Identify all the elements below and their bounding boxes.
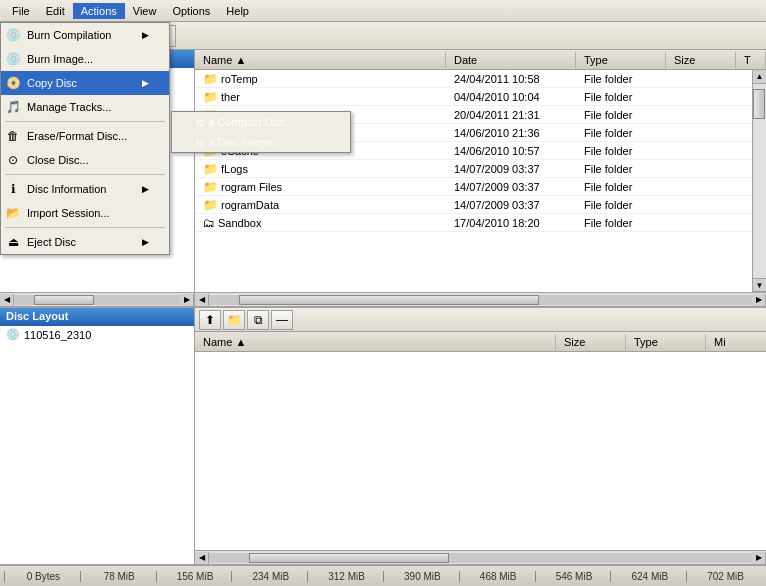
file-hscroll-thumb[interactable] — [239, 295, 539, 305]
menu-copy-disc[interactable]: 📀 Copy Disc ▶ to a Compact Disc... to a … — [1, 71, 169, 95]
comp-copy-btn[interactable]: ⧉ — [247, 310, 269, 330]
col-header-type[interactable]: Type — [576, 52, 666, 68]
file-type: File folder — [576, 216, 666, 230]
file-rows: 📁roTemp 24/04/2011 10:58 File folder 📁th… — [195, 70, 766, 292]
table-row[interactable]: 📁rogram Files 14/07/2009 03:37 File fold… — [195, 178, 766, 196]
comp-folder-btn[interactable]: 📁 — [223, 310, 245, 330]
table-row[interactable]: 📁rogramData 14/07/2009 03:37 File folder — [195, 196, 766, 214]
table-row[interactable]: 📁ther 04/04/2010 10:04 File folder — [195, 88, 766, 106]
menu-sep-2 — [5, 174, 165, 175]
table-row[interactable]: 📁fLogs 14/07/2009 03:37 File folder — [195, 160, 766, 178]
menu-import-session[interactable]: 📂 Import Session... — [1, 201, 169, 225]
menu-sep-1 — [5, 121, 165, 122]
comp-hscroll-left[interactable]: ◀ — [195, 552, 209, 564]
menu-erase-format[interactable]: 🗑 Erase/Format Disc... — [1, 124, 169, 148]
copy-disc-arrow: ▶ — [142, 78, 149, 88]
file-hscroll[interactable]: ◀ ▶ — [195, 292, 766, 306]
comp-col-misc: Mi — [706, 334, 766, 350]
file-table-header: Name ▲ Date Type Size T — [195, 50, 766, 70]
tree-hscroll[interactable]: ◀ ▶ — [0, 292, 194, 306]
menu-burn-compilation[interactable]: 💿 Burn Compilation ▶ — [1, 23, 169, 47]
table-row[interactable]: 📁roTemp 24/04/2011 10:58 File folder — [195, 70, 766, 88]
file-panel: Name ▲ Date Type Size T 📁roTemp 24/04/20… — [195, 50, 766, 306]
file-name: roTemp — [221, 73, 258, 85]
menu-view[interactable]: View — [125, 3, 165, 19]
comp-hscroll[interactable]: ◀ ▶ — [195, 550, 766, 564]
menu-manage-tracks[interactable]: 🎵 Manage Tracks... — [1, 95, 169, 119]
menu-help[interactable]: Help — [218, 3, 257, 19]
menu-eject-disc[interactable]: ⏏ Eject Disc ▶ — [1, 230, 169, 254]
menu-close-disc[interactable]: ⊙ Close Disc... — [1, 148, 169, 172]
disc-info-icon: ℹ — [5, 181, 21, 197]
file-vscroll[interactable]: ▲ ▼ — [752, 70, 766, 292]
copy-compact-label: to a Compact Disc... — [196, 116, 295, 128]
disc-layout-header: Disc Layout — [0, 308, 194, 326]
folder-icon: 📁 — [203, 162, 218, 176]
file-hscroll-left[interactable]: ◀ — [195, 294, 209, 306]
hscroll-right-btn[interactable]: ▶ — [180, 294, 194, 306]
disc-item[interactable]: 💿 110516_2310 — [0, 326, 194, 343]
file-date: 17/04/2010 18:20 — [446, 216, 576, 230]
copy-to-image[interactable]: to a Disc Image... — [172, 132, 350, 152]
file-size — [666, 114, 736, 116]
comp-col-type: Type — [626, 334, 706, 350]
file-date: 04/04/2010 10:04 — [446, 90, 576, 104]
file-size — [666, 222, 736, 224]
menu-sep-3 — [5, 227, 165, 228]
manage-tracks-icon: 🎵 — [5, 99, 21, 115]
vscroll-thumb[interactable] — [753, 89, 765, 119]
copy-image-label: to a Disc Image... — [196, 136, 282, 148]
col-header-date[interactable]: Date — [446, 52, 576, 68]
menubar: File Edit Actions View Options Help — [0, 0, 766, 22]
comp-up-btn[interactable]: ⬆ — [199, 310, 221, 330]
col-header-size[interactable]: Size — [666, 52, 736, 68]
folder-icon: 📁 — [203, 198, 218, 212]
disc-info-arrow: ▶ — [142, 184, 149, 194]
file-size — [666, 204, 736, 206]
file-date: 20/04/2011 21:31 — [446, 108, 576, 122]
file-type: File folder — [576, 162, 666, 176]
scale-mark-6: 468 MiB — [459, 571, 535, 582]
comp-minus-btn[interactable]: — — [271, 310, 293, 330]
file-type: File folder — [576, 144, 666, 158]
scale-mark-1: 78 MiB — [80, 571, 156, 582]
table-row[interactable]: 🗂Sandbox 17/04/2010 18:20 File folder — [195, 214, 766, 232]
file-name: Sandbox — [218, 217, 261, 229]
comp-table-header: Name ▲ Size Type Mi — [195, 332, 766, 352]
col-header-t[interactable]: T — [736, 52, 766, 68]
menu-disc-info[interactable]: ℹ Disc Information ▶ — [1, 177, 169, 201]
file-size — [666, 96, 736, 98]
comp-hscroll-thumb[interactable] — [249, 553, 449, 563]
menu-options[interactable]: Options — [164, 3, 218, 19]
file-size — [666, 168, 736, 170]
hscroll-left-btn[interactable]: ◀ — [0, 294, 14, 306]
hscroll-thumb[interactable] — [34, 295, 94, 305]
comp-hscroll-right[interactable]: ▶ — [752, 552, 766, 564]
file-hscroll-right[interactable]: ▶ — [752, 294, 766, 306]
vscroll-up[interactable]: ▲ — [753, 70, 766, 84]
comp-hscroll-track[interactable] — [209, 553, 752, 563]
menu-file[interactable]: File — [4, 3, 38, 19]
burn-compilation-icon: 💿 — [5, 27, 21, 43]
hscroll-track[interactable] — [14, 295, 180, 305]
erase-format-icon: 🗑 — [5, 128, 21, 144]
actions-dropdown: 💿 Burn Compilation ▶ 💿 Burn Image... 📀 C… — [0, 22, 170, 255]
file-size — [666, 150, 736, 152]
burn-image-icon: 💿 — [5, 51, 21, 67]
menu-actions[interactable]: Actions — [73, 3, 125, 19]
vscroll-track[interactable] — [753, 84, 766, 278]
scale-mark-8: 624 MiB — [610, 571, 686, 582]
copy-disc-submenu: to a Compact Disc... to a Disc Image... — [171, 111, 351, 153]
erase-format-label: Erase/Format Disc... — [27, 130, 127, 142]
eject-disc-icon: ⏏ — [5, 234, 21, 250]
menu-burn-image[interactable]: 💿 Burn Image... — [1, 47, 169, 71]
comp-empty-area — [195, 352, 766, 550]
col-header-name[interactable]: Name ▲ — [195, 52, 446, 68]
file-hscroll-track[interactable] — [209, 295, 752, 305]
file-type: File folder — [576, 108, 666, 122]
close-disc-label: Close Disc... — [27, 154, 89, 166]
menu-edit[interactable]: Edit — [38, 3, 73, 19]
copy-to-compact[interactable]: to a Compact Disc... — [172, 112, 350, 132]
vscroll-down[interactable]: ▼ — [753, 278, 766, 292]
file-name: rogram Files — [221, 181, 282, 193]
